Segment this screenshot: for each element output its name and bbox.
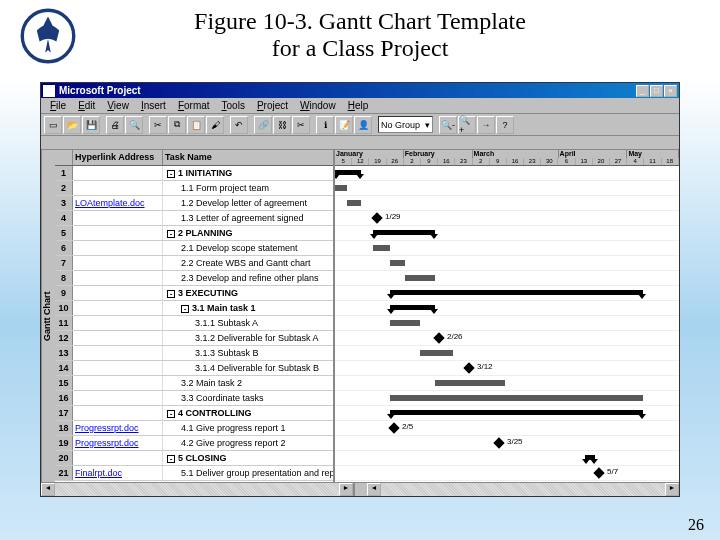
maximize-button[interactable]: □	[650, 85, 663, 97]
row-number[interactable]: 15	[55, 376, 73, 390]
menu-file[interactable]: File	[45, 100, 71, 111]
view-tab-gantt[interactable]: Gantt Chart	[41, 150, 55, 482]
cell-taskname[interactable]: 4.1 Give progress report 1	[163, 421, 333, 435]
cell-taskname[interactable]: -4 CONTROLLING	[163, 406, 333, 420]
preview-button[interactable]: 🔍	[125, 116, 143, 134]
cell-taskname[interactable]: 3.1.2 Deliverable for Subtask A	[163, 331, 333, 345]
cell-taskname[interactable]: 3.3 Coordinate tasks	[163, 391, 333, 405]
row-number[interactable]: 18	[55, 421, 73, 435]
format-painter-button[interactable]: 🖌	[206, 116, 224, 134]
summary-bar[interactable]	[390, 410, 643, 415]
col-taskname[interactable]: Task Name	[163, 150, 333, 165]
link-button[interactable]: 🔗	[254, 116, 272, 134]
unlink-button[interactable]: ⛓	[273, 116, 291, 134]
cell-taskname[interactable]: 1.1 Form project team	[163, 181, 333, 195]
col-hyperlink[interactable]: Hyperlink Address	[73, 150, 163, 165]
task-bar[interactable]	[373, 245, 390, 251]
row-number[interactable]: 17	[55, 406, 73, 420]
horizontal-scrollbar[interactable]: ◄ ► ◄ ►	[41, 482, 679, 496]
task-bar[interactable]	[390, 320, 420, 326]
undo-button[interactable]: ↶	[230, 116, 248, 134]
table-row[interactable]: 72.2 Create WBS and Gantt chart	[55, 256, 333, 271]
row-number[interactable]: 1	[55, 166, 73, 180]
cell-hyperlink[interactable]	[73, 181, 163, 195]
cell-hyperlink[interactable]: LOAtemplate.doc	[73, 196, 163, 210]
help-button[interactable]: ?	[496, 116, 514, 134]
outline-toggle-icon[interactable]: -	[167, 290, 175, 298]
table-row[interactable]: 153.2 Main task 2	[55, 376, 333, 391]
table-row[interactable]: 17-4 CONTROLLING	[55, 406, 333, 421]
cell-taskname[interactable]: 3.1.4 Deliverable for Subtask B	[163, 361, 333, 375]
row-number[interactable]: 16	[55, 391, 73, 405]
row-number[interactable]: 7	[55, 256, 73, 270]
row-number[interactable]: 14	[55, 361, 73, 375]
copy-button[interactable]: ⧉	[168, 116, 186, 134]
cell-taskname[interactable]: 1.2 Develop letter of agreement	[163, 196, 333, 210]
milestone-icon[interactable]	[593, 467, 604, 478]
cell-taskname[interactable]: 4.2 Give progress report 2	[163, 436, 333, 450]
assign-button[interactable]: 👤	[354, 116, 372, 134]
table-row[interactable]: 18Progressrpt.doc4.1 Give progress repor…	[55, 421, 333, 436]
table-row[interactable]: 9-3 EXECUTING	[55, 286, 333, 301]
task-bar[interactable]	[390, 395, 643, 401]
row-number[interactable]: 11	[55, 316, 73, 330]
task-bar[interactable]	[335, 185, 347, 191]
table-row[interactable]: 21.1 Form project team	[55, 181, 333, 196]
scroll-right-button[interactable]: ►	[339, 483, 353, 496]
cell-hyperlink[interactable]: Progressrpt.doc	[73, 421, 163, 435]
cell-taskname[interactable]: -5 CLOSING	[163, 451, 333, 465]
cell-hyperlink[interactable]	[73, 451, 163, 465]
table-row[interactable]: 163.3 Coordinate tasks	[55, 391, 333, 406]
close-button[interactable]: ×	[664, 85, 677, 97]
paste-button[interactable]: 📋	[187, 116, 205, 134]
row-number[interactable]: 20	[55, 451, 73, 465]
table-row[interactable]: 1-1 INITIATING	[55, 166, 333, 181]
cell-hyperlink[interactable]	[73, 286, 163, 300]
summary-bar[interactable]	[335, 170, 361, 175]
row-number[interactable]: 13	[55, 346, 73, 360]
cell-hyperlink[interactable]	[73, 361, 163, 375]
table-row[interactable]: 5-2 PLANNING	[55, 226, 333, 241]
new-button[interactable]: ▭	[44, 116, 62, 134]
cell-taskname[interactable]: 5.1 Deliver group presentation and repor…	[163, 466, 333, 480]
cell-taskname[interactable]: 3.1.3 Subtask B	[163, 346, 333, 360]
goto-button[interactable]: →	[477, 116, 495, 134]
cell-hyperlink[interactable]	[73, 211, 163, 225]
cell-taskname[interactable]: 2.3 Develop and refine other plans	[163, 271, 333, 285]
row-number[interactable]: 9	[55, 286, 73, 300]
scroll-left-button-2[interactable]: ◄	[367, 483, 381, 496]
cell-hyperlink[interactable]	[73, 406, 163, 420]
milestone-icon[interactable]	[371, 212, 382, 223]
row-number[interactable]: 21	[55, 466, 73, 480]
milestone-icon[interactable]	[463, 362, 474, 373]
cell-taskname[interactable]: 1.3 Letter of agreement signed	[163, 211, 333, 225]
outline-toggle-icon[interactable]: -	[181, 305, 189, 313]
cell-hyperlink[interactable]	[73, 376, 163, 390]
cut-button[interactable]: ✂	[149, 116, 167, 134]
outline-toggle-icon[interactable]: -	[167, 410, 175, 418]
cell-hyperlink[interactable]: Finalrpt.doc	[73, 466, 163, 480]
task-bar[interactable]	[405, 275, 435, 281]
row-number[interactable]: 2	[55, 181, 73, 195]
menu-help[interactable]: Help	[343, 100, 374, 111]
scroll-right-button-2[interactable]: ►	[665, 483, 679, 496]
info-button[interactable]: ℹ	[316, 116, 334, 134]
cell-hyperlink[interactable]: Progressrpt.doc	[73, 436, 163, 450]
outline-toggle-icon[interactable]: -	[167, 455, 175, 463]
task-bar[interactable]	[390, 260, 405, 266]
cell-taskname[interactable]: 3.1.1 Subtask A	[163, 316, 333, 330]
note-button[interactable]: 📝	[335, 116, 353, 134]
cell-hyperlink[interactable]	[73, 316, 163, 330]
menu-edit[interactable]: Edit	[73, 100, 100, 111]
table-row[interactable]: 41.3 Letter of agreement signed	[55, 211, 333, 226]
cell-hyperlink[interactable]	[73, 166, 163, 180]
table-row[interactable]: 3LOAtemplate.doc1.2 Develop letter of ag…	[55, 196, 333, 211]
table-row[interactable]: 143.1.4 Deliverable for Subtask B	[55, 361, 333, 376]
menu-format[interactable]: Format	[173, 100, 215, 111]
cell-taskname[interactable]: -1 INITIATING	[163, 166, 333, 180]
table-row[interactable]: 82.3 Develop and refine other plans	[55, 271, 333, 286]
milestone-icon[interactable]	[433, 332, 444, 343]
outline-toggle-icon[interactable]: -	[167, 230, 175, 238]
cell-hyperlink[interactable]	[73, 331, 163, 345]
print-button[interactable]: 🖨	[106, 116, 124, 134]
